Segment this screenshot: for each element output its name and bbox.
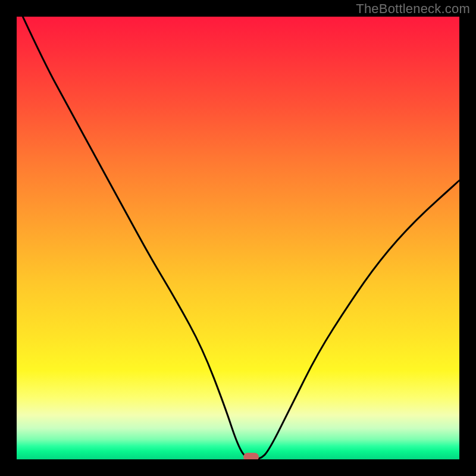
chart-frame: TheBottleneck.com: [0, 0, 476, 476]
bottleneck-curve: [17, 17, 459, 459]
optimal-point-marker: [243, 453, 259, 459]
plot-area: [17, 17, 459, 459]
watermark-text: TheBottleneck.com: [356, 1, 470, 17]
